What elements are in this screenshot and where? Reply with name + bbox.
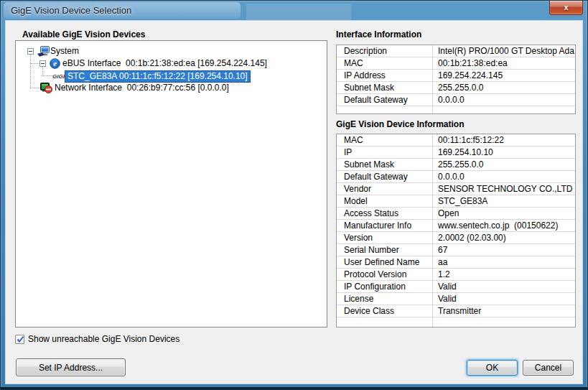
info-key: Access Status: [337, 208, 432, 219]
info-key: Serial Number: [337, 244, 432, 256]
info-value: 0.0.0.0: [432, 171, 575, 182]
info-row: Version2.0002 (02.03.00): [337, 232, 575, 244]
info-row: LicenseValid: [337, 293, 575, 305]
interface-info-table: DescriptionIntel(R) PRO/1000 GT Desktop …: [336, 45, 576, 114]
info-value: 255.255.0.0: [432, 159, 575, 170]
checkbox-label: Show unreachable GigE Vision Devices: [28, 334, 179, 344]
info-value: Open: [432, 208, 575, 219]
info-value: 1.2: [432, 269, 575, 280]
info-key: IP Address: [337, 70, 432, 81]
info-row: IP169.254.10.10: [337, 147, 575, 159]
close-icon: x: [564, 3, 568, 11]
info-key: Description: [337, 45, 432, 57]
available-devices-heading: Available GigE Vision Devices: [22, 29, 145, 40]
info-key: MAC: [337, 134, 432, 146]
info-value: 255.255.0.0: [432, 82, 575, 93]
titlebar[interactable]: GigE Vision Device Selection x: [1, 1, 587, 21]
tree-item-label[interactable]: eBUS Interface 00:1b:21:38:ed:ea [169.25…: [60, 58, 269, 69]
info-row: Device ClassTransmitter: [337, 305, 575, 317]
device-tree[interactable]: SystemeeBUS Interface 00:1b:21:38:ed:ea …: [15, 40, 327, 328]
info-row: Subnet Mask255.255.0.0: [337, 159, 575, 171]
info-row: VendorSENSOR TECHNOLOGY CO.,LTD: [337, 183, 575, 195]
tree-item-label[interactable]: System: [48, 46, 81, 57]
info-value: Transmitter: [432, 305, 575, 317]
network-blocked-icon: [40, 83, 52, 96]
info-value: Valid: [432, 293, 575, 305]
ok-button[interactable]: OK: [467, 360, 518, 376]
info-value: aa: [432, 256, 575, 268]
info-key: Vendor: [337, 183, 432, 195]
cancel-button[interactable]: Cancel: [523, 360, 574, 376]
info-row: IP ConfigurationValid: [337, 281, 575, 293]
info-key: IP: [337, 147, 432, 158]
device-info-table: MAC00:11:1c:f5:12:22IP169.254.10.10Subne…: [336, 134, 576, 328]
info-row: ModelSTC_GE83A: [337, 195, 575, 208]
info-row: IP Address169.254.224.145: [337, 70, 575, 82]
tree-item[interactable]: Network Interface 00:26:b9:77:cc:56 [0.0…: [16, 82, 327, 94]
checkmark-icon: [16, 335, 25, 344]
dialog-window: GigE Vision Device Selection x Available…: [0, 0, 588, 390]
info-row: Subnet Mask255.255.0.0: [337, 82, 575, 94]
info-value: 169.254.224.145: [432, 70, 575, 81]
info-row: User Defined Nameaa: [337, 256, 575, 269]
info-value: 0.0.0.0: [432, 94, 575, 106]
info-row: Protocol Version1.2: [337, 269, 575, 281]
tree-item[interactable]: eeBUS Interface 00:1b:21:38:ed:ea [169.2…: [16, 57, 327, 70]
info-value: 67: [432, 244, 575, 256]
info-value: 2.0002 (02.03.00): [432, 232, 575, 243]
show-unreachable-checkbox[interactable]: Show unreachable GigE Vision Devices: [15, 333, 179, 345]
info-key: Subnet Mask: [337, 82, 432, 93]
tree-item-label[interactable]: STC_GE83A 00:11:1c:f5:12:22 [169.254.10.…: [65, 70, 251, 83]
info-row: Serial Number67: [337, 244, 575, 256]
info-row: MAC00:1b:21:38:ed:ea: [337, 57, 575, 70]
info-row: Default Gateway0.0.0.0: [337, 171, 575, 183]
info-key: License: [337, 293, 432, 305]
info-key: Protocol Version: [337, 269, 432, 280]
info-key: Default Gateway: [337, 94, 432, 106]
tree-expander-minus[interactable]: [39, 60, 46, 67]
info-value: STC_GE83A: [432, 195, 575, 207]
tree-item[interactable]: GiGE=STC_GE83A 00:11:1c:f5:12:22 [169.25…: [16, 70, 327, 82]
client-area: Available GigE Vision Devices SystemeeBU…: [6, 21, 582, 384]
info-key: Model: [337, 195, 432, 207]
info-value: SENSOR TECHNOLOGY CO.,LTD: [432, 183, 575, 195]
dialog-title: GigE Vision Device Selection: [11, 5, 131, 16]
info-row: Default Gateway0.0.0.0: [337, 94, 575, 106]
tree-item-label[interactable]: Network Interface 00:26:b9:77:cc:56 [0.0…: [52, 83, 231, 93]
titlebar-glass-reflection: [246, 4, 351, 21]
tree-item[interactable]: System: [16, 45, 327, 57]
info-key: Subnet Mask: [337, 159, 432, 170]
info-value: www.sentech.co.jp (00150622): [432, 220, 575, 231]
info-key: MAC: [337, 57, 432, 69]
tree-expander-minus[interactable]: [27, 48, 34, 55]
device-info-heading: GigE Vision Device Information: [336, 119, 464, 129]
info-value: 00:1b:21:38:ed:ea: [432, 57, 575, 69]
checkbox-box[interactable]: [15, 335, 24, 344]
set-ip-button[interactable]: Set IP Address...: [16, 358, 126, 376]
info-row: Manufacturer Infowww.sentech.co.jp (0015…: [337, 220, 575, 232]
info-key: Device Class: [337, 305, 432, 317]
svg-text:e: e: [53, 60, 57, 68]
info-value: 00:11:1c:f5:12:22: [432, 134, 575, 146]
interface-info-heading: Interface Information: [336, 29, 421, 40]
info-row: DescriptionIntel(R) PRO/1000 GT Desktop …: [337, 45, 575, 57]
info-value: Intel(R) PRO/1000 GT Desktop Ada...: [432, 45, 575, 57]
info-key: IP Configuration: [337, 281, 432, 292]
info-key: Default Gateway: [337, 171, 432, 182]
info-key: User Defined Name: [337, 256, 432, 268]
info-row: MAC00:11:1c:f5:12:22: [337, 134, 575, 147]
info-key: Manufacturer Info: [337, 220, 432, 231]
info-key: Version: [337, 232, 432, 243]
close-button[interactable]: x: [549, 1, 583, 15]
info-value: Valid: [432, 281, 575, 292]
info-value: 169.254.10.10: [432, 147, 575, 158]
info-row: Access StatusOpen: [337, 208, 575, 220]
